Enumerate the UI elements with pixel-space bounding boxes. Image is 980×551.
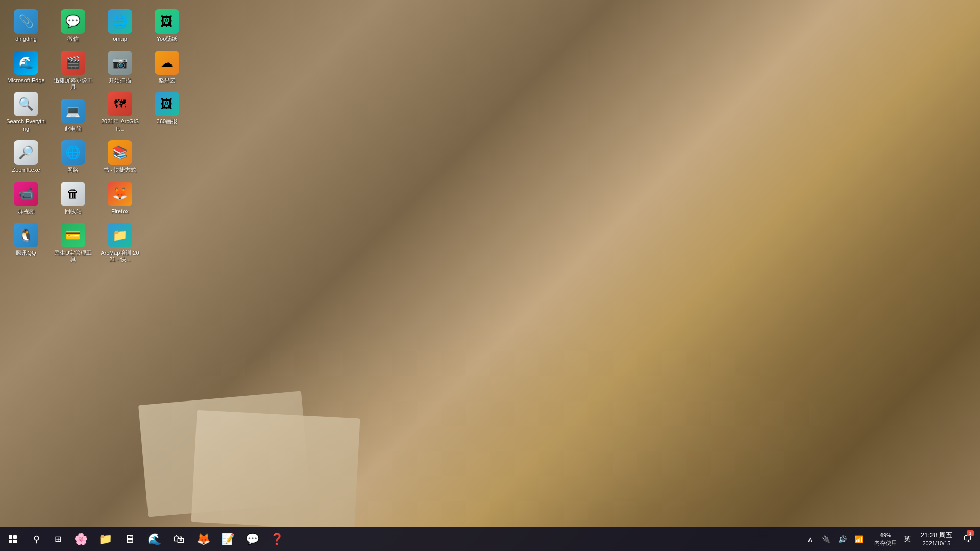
recycle-icon-label: 回收站 [65,208,82,215]
tray-network-icon[interactable]: 🔌 [819,530,834,548]
arcgis-icon-image: 🗺 [108,92,132,116]
tray-expand-button[interactable]: ∧ [803,530,817,548]
clock-date: 2021/10/15 [922,540,950,547]
jianguoyun-icon-image: ☁ [155,51,179,75]
taskbar-app-papirus[interactable]: 🌸 [68,527,93,552]
qq-icon-label: 腾讯QQ [16,249,36,256]
yoo-icon-image: 🖼 [155,9,179,34]
qunshipin-icon-image: 📹 [14,182,38,206]
book-icon-image: 📚 [108,140,132,165]
desktop-icon-minshengu[interactable]: 💳民生U宝管理工具 [51,220,95,266]
360-icon-image: 🖼 [155,92,179,116]
expand-icon: ∧ [807,535,813,543]
desktop-icon-firefox[interactable]: 🦊Firefox [97,179,142,218]
wechat-icon-label: 微信 [67,36,79,42]
desktop-icon-capture[interactable]: 🎬迅捷屏幕录像工具 [51,47,95,93]
search-everything-icon-image: 🔍 [14,92,38,116]
mypc-icon-label: 此电脑 [65,126,82,132]
task-view-button[interactable]: ⊞ [47,527,68,552]
speaker-icon: 🔊 [838,535,847,543]
minshengu-icon-label: 民生U宝管理工具 [53,249,93,263]
notification-button[interactable]: 🗨 1 [960,527,976,552]
taskbar-app-edge-tb[interactable]: 🌊 [142,527,166,552]
taskbar-app-file-explorer[interactable]: 📁 [93,527,117,552]
desktop: 📎dingding🌊Microsoft Edge🔍Search Everythi… [0,0,980,551]
mypc-icon-image: 💻 [61,99,85,123]
desktop-icon-arcmap[interactable]: 📁ArcMap培训 2021 - 快... [97,220,142,266]
desktop-icon-wechat[interactable]: 💬微信 [51,6,95,45]
taskbar-app-notes[interactable]: 📝 [215,527,240,552]
taskbar-app-remote-desktop[interactable]: 🖥 [117,527,142,552]
system-tray: ∧ 🔌 🔊 📶 49% 内存使用 英 21:28 周五 [799,527,980,552]
arcmap-icon-image: 📁 [108,223,132,247]
desktop-icon-yoo[interactable]: 🖼Yoo壁纸 [144,6,189,45]
desktop-icon-scanner[interactable]: 📷开始扫描 [97,47,142,87]
network-icon: 🔌 [822,535,830,543]
desktop-icon-edge[interactable]: 🌊Microsoft Edge [4,47,48,87]
capture-icon-label: 迅捷屏幕录像工具 [53,77,93,90]
dingding-icon-image: 📎 [14,9,38,34]
taskbar-search-button[interactable]: ⚲ [26,527,47,552]
book-icon-label: 书 - 快捷方式 [104,167,137,173]
windows-logo [9,535,17,543]
taskbar-apps: 🌸📁🖥🌊🛍🦊📝💬❓ [68,527,799,552]
taskbar-app-help[interactable]: ❓ [264,527,289,552]
wechat-icon-image: 💬 [61,9,85,34]
taskbar-app-firefox-tb[interactable]: 🦊 [191,527,215,552]
desktop-icons-area: 📎dingding🌊Microsoft Edge🔍Search Everythi… [0,0,214,525]
tray-speaker-icon[interactable]: 🔊 [836,530,850,548]
zoomit-icon-label: ZoomIt.exe [12,167,40,173]
360-icon-label: 360画报 [157,118,177,125]
desktop-icon-omap[interactable]: 🌐omap [97,6,142,45]
tray-wifi-icon[interactable]: 📶 [852,530,866,548]
desktop-icon-qunshipin[interactable]: 📹群视频 [4,179,48,218]
notification-badge: 1 [967,530,974,536]
memory-usage: 49% 内存使用 [871,532,900,546]
arcgis-icon-label: 2021年 ArcGIS P... [100,118,140,132]
desktop-icon-jianguoyun[interactable]: ☁坚果云 [144,47,189,87]
desktop-icon-book[interactable]: 📚书 - 快捷方式 [97,137,142,177]
desktop-icon-mypc[interactable]: 💻此电脑 [51,96,95,135]
language-indicator[interactable]: 英 [901,535,914,544]
omap-icon-image: 🌐 [108,9,132,34]
capture-icon-image: 🎬 [61,51,85,75]
zoomit-icon-image: 🔎 [14,140,38,165]
memory-percent: 49% [874,532,897,539]
dingding-icon-label: dingding [15,36,37,42]
firefox-icon-image: 🦊 [108,182,132,206]
network-icon-image: 🌐 [61,140,85,165]
scanner-icon-image: 📷 [108,51,132,75]
task-view-icon: ⊞ [55,534,61,544]
minshengu-icon-image: 💳 [61,223,85,247]
taskbar-app-wechat-tb[interactable]: 💬 [240,527,264,552]
sys-tray-icons: ∧ 🔌 🔊 📶 [799,530,870,548]
taskbar: ⚲ ⊞ 🌸📁🖥🌊🛍🦊📝💬❓ ∧ 🔌 🔊 📶 [0,527,980,551]
clock-time: 21:28 周五 [921,531,952,540]
qq-icon-image: 🐧 [14,223,38,247]
desktop-icon-network[interactable]: 🌐网络 [51,137,95,177]
edge-icon-image: 🌊 [14,51,38,75]
network-icon-label: 网络 [67,167,79,173]
firefox-icon-label: Firefox [111,208,129,215]
desktop-icon-arcgis[interactable]: 🗺2021年 ArcGIS P... [97,89,142,135]
edge-icon-label: Microsoft Edge [7,77,44,84]
desktop-icon-recycle[interactable]: 🗑回收站 [51,179,95,218]
desktop-icon-qq[interactable]: 🐧腾讯QQ [4,220,48,259]
qunshipin-icon-label: 群视频 [18,208,35,215]
recycle-icon-image: 🗑 [61,182,85,206]
desktop-icon-dingding[interactable]: 📎dingding [4,6,48,45]
desktop-icon-zoomit[interactable]: 🔎ZoomIt.exe [4,137,48,177]
taskbar-app-store[interactable]: 🛍 [166,527,191,552]
clock-button[interactable]: 21:28 周五 2021/10/15 [915,531,959,547]
jianguoyun-icon-label: 坚果云 [159,77,176,84]
desktop-icon-360[interactable]: 🖼360画报 [144,89,189,128]
wifi-icon: 📶 [854,535,863,543]
scanner-icon-label: 开始扫描 [109,77,131,84]
start-button[interactable] [0,527,26,552]
search-everything-icon-label: Search Everything [6,118,46,132]
desktop-icon-search-everything[interactable]: 🔍Search Everything [4,89,48,135]
yoo-icon-label: Yoo壁纸 [157,36,178,42]
arcmap-icon-label: ArcMap培训 2021 - 快... [100,249,140,263]
memory-label: 内存使用 [874,539,897,546]
omap-icon-label: omap [113,36,127,42]
